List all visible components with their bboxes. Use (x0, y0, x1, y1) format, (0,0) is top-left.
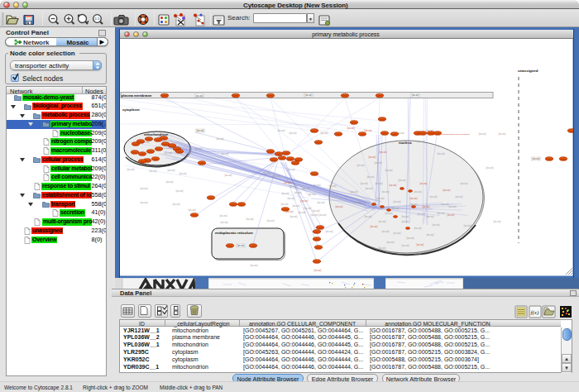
svg-text:(xx-xx): (xx-xx) (449, 205, 457, 208)
svg-text:(xx-xx): (xx-xx) (357, 164, 365, 167)
svg-text:(xx-xx): (xx-xx) (385, 169, 393, 172)
svg-text:(xx-xx): (xx-xx) (176, 189, 184, 193)
svg-text:(xx-xx): (xx-xx) (479, 132, 486, 136)
svg-text:(xx-xx): (xx-xx) (385, 212, 393, 215)
svg-text:(xx-xx): (xx-xx) (304, 207, 312, 210)
svg-text:(xx-xx): (xx-xx) (288, 168, 295, 171)
svg-text:(xx-xx): (xx-xx) (533, 157, 540, 160)
svg-text:(xx-xx): (xx-xx) (197, 129, 204, 132)
svg-text:(xx-xx): (xx-xx) (329, 184, 337, 188)
svg-text:(xx-xx): (xx-xx) (430, 195, 438, 198)
svg-text:(xx-xx): (xx-xx) (281, 203, 289, 206)
svg-text:(xx-xx): (xx-xx) (220, 214, 227, 218)
svg-text:(xx-xx): (xx-xx) (371, 225, 378, 228)
svg-text:plasma membrane: plasma membrane (122, 93, 152, 98)
svg-text:(xx-xx): (xx-xx) (394, 200, 401, 203)
svg-text:(xx-xx): (xx-xx) (347, 127, 355, 130)
svg-text:(xx-xx): (xx-xx) (418, 140, 425, 143)
svg-text:(xx-xx): (xx-xx) (390, 184, 397, 187)
svg-text:mitochondrial inner membrane: mitochondrial inner membrane (442, 133, 470, 136)
svg-text:(xx-xx): (xx-xx) (375, 161, 382, 165)
svg-text:(xx-xx): (xx-xx) (127, 168, 135, 171)
svg-text:(xx-xx): (xx-xx) (464, 224, 471, 227)
svg-text:(xx-xx): (xx-xx) (195, 147, 203, 151)
svg-text:(xx-xx): (xx-xx) (165, 151, 172, 155)
svg-text:(xx-xx): (xx-xx) (196, 94, 203, 98)
svg-text:(xx-xx): (xx-xx) (407, 237, 414, 240)
svg-text:(xx-xx): (xx-xx) (402, 220, 409, 223)
svg-text:(xx-xx): (xx-xx) (427, 233, 434, 237)
svg-text:(xx-xx): (xx-xx) (420, 182, 428, 185)
svg-text:(xx-xx): (xx-xx) (394, 232, 401, 235)
svg-text:(xx-xx): (xx-xx) (365, 215, 372, 218)
svg-text:(xx-xx): (xx-xx) (293, 204, 300, 208)
svg-text:(xx-xx): (xx-xx) (299, 211, 306, 214)
svg-text:(xx-xx): (xx-xx) (414, 252, 422, 256)
svg-text:(xx-xx): (xx-xx) (217, 137, 224, 141)
svg-text:1:1: 1:1 (95, 17, 101, 21)
svg-text:(xx-xx): (xx-xx) (418, 213, 425, 216)
svg-text:(xx-xx): (xx-xx) (433, 223, 440, 227)
svg-text:(xx-xx): (xx-xx) (221, 221, 228, 224)
svg-text:(xx-xx): (xx-xx) (141, 201, 148, 204)
svg-text:(xx-xx): (xx-xx) (278, 129, 285, 132)
svg-text:(xx-xx): (xx-xx) (376, 182, 383, 185)
svg-text:(xx-xx): (xx-xx) (313, 184, 321, 187)
svg-text:(xx-xx): (xx-xx) (367, 175, 375, 179)
svg-text:(xx-xx): (xx-xx) (313, 209, 320, 213)
svg-text:(xx-xx): (xx-xx) (273, 174, 280, 178)
svg-text:(xx-xx): (xx-xx) (141, 187, 148, 190)
svg-text:(xx-xx): (xx-xx) (369, 155, 376, 159)
svg-text:(xx-xx): (xx-xx) (305, 93, 313, 97)
svg-text:(xx-xx): (xx-xx) (427, 215, 434, 218)
svg-text:nucleus: nucleus (399, 141, 412, 145)
svg-text:(xx-xx): (xx-xx) (361, 182, 368, 185)
svg-text:(xx-xx): (xx-xx) (311, 213, 318, 217)
svg-text:(xx-xx): (xx-xx) (314, 269, 322, 272)
svg-text:(xx-xx): (xx-xx) (402, 244, 409, 247)
svg-text:(xx-xx): (xx-xx) (414, 227, 422, 230)
svg-text:(xx-xx): (xx-xx) (380, 151, 387, 154)
svg-text:(xx-xx): (xx-xx) (442, 203, 449, 206)
svg-text:(xx-xx): (xx-xx) (318, 201, 325, 204)
svg-text:(xx-xx): (xx-xx) (290, 184, 298, 188)
svg-text:(xx-xx): (xx-xx) (301, 199, 309, 203)
svg-text:(xx-xx): (xx-xx) (382, 230, 390, 233)
svg-text:(xx-xx): (xx-xx) (382, 190, 390, 194)
svg-text:(xx-xx): (xx-xx) (402, 215, 409, 218)
svg-text:(xx-xx): (xx-xx) (173, 203, 180, 206)
svg-text:(xx-xx): (xx-xx) (417, 243, 424, 246)
svg-text:(xx-xx): (xx-xx) (294, 191, 302, 194)
svg-text:(xx-xx): (xx-xx) (246, 218, 254, 221)
svg-text:(xx-xx): (xx-xx) (150, 170, 157, 173)
svg-text:(xx-xx): (xx-xx) (410, 197, 418, 200)
svg-text:(xx-xx): (xx-xx) (438, 152, 445, 155)
svg-text:(xx-xx): (xx-xx) (443, 189, 451, 192)
svg-text:(xx-xx): (xx-xx) (189, 208, 196, 212)
svg-text:(xx-xx): (xx-xx) (321, 131, 328, 135)
svg-text:(xx-xx): (xx-xx) (414, 190, 422, 194)
svg-text:(xx-xx): (xx-xx) (387, 241, 395, 244)
svg-text:(xx-xx): (xx-xx) (251, 264, 258, 267)
svg-text:(xx-xx): (xx-xx) (288, 197, 295, 200)
svg-text:(xx-xx): (xx-xx) (447, 213, 455, 217)
svg-text:(xx-xx): (xx-xx) (494, 220, 501, 223)
svg-text:(xx-xx): (xx-xx) (379, 246, 386, 250)
svg-text:(xx-xx): (xx-xx) (319, 213, 327, 217)
svg-text:(xx-xx): (xx-xx) (399, 179, 406, 182)
svg-text:(xx-xx): (xx-xx) (267, 219, 275, 222)
svg-text:(xx-xx): (xx-xx) (379, 220, 386, 223)
svg-text:(xx-xx): (xx-xx) (366, 187, 373, 190)
svg-text:(xx-xx): (xx-xx) (222, 152, 229, 155)
svg-text:(xx-xx): (xx-xx) (461, 182, 468, 185)
svg-text:(xx-xx): (xx-xx) (351, 190, 358, 194)
svg-text:(xx-xx): (xx-xx) (264, 172, 271, 175)
svg-text:unassigned: unassigned (518, 69, 538, 73)
svg-text:(xx-xx): (xx-xx) (486, 166, 494, 170)
svg-text:(xx-xx): (xx-xx) (392, 207, 400, 210)
svg-text:(xx-xx): (xx-xx) (290, 215, 298, 218)
svg-text:cytoplasm: cytoplasm (122, 108, 140, 112)
svg-text:(xx-xx): (xx-xx) (377, 197, 385, 200)
svg-text:(xx-xx): (xx-xx) (456, 195, 463, 198)
svg-text:(xx-xx): (xx-xx) (290, 131, 297, 135)
